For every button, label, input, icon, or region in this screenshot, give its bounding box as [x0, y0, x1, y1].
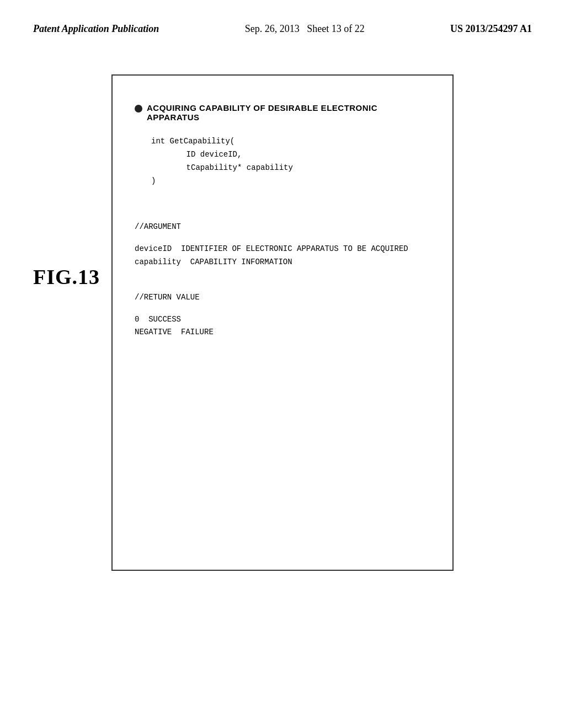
patent-number: US 2013/254297 A1 — [450, 22, 532, 36]
arg-line-2: capability CAPABILITY INFORMATION — [135, 256, 430, 269]
publication-title: Patent Application Publication — [33, 22, 159, 36]
diagram-box: ACQUIRING CAPABILITY OF DESIRABLE ELECTR… — [111, 74, 454, 571]
arg-line-1: deviceID IDENTIFIER OF ELECTRONIC APPARA… — [135, 243, 430, 256]
argument-section: //ARGUMENT deviceID IDENTIFIER OF ELECTR… — [135, 221, 430, 269]
return-line-1: 0 SUCCESS — [135, 313, 430, 326]
bullet-icon — [135, 105, 142, 113]
section1-title-text: ACQUIRING CAPABILITY OF DESIRABLE ELECTR… — [147, 103, 430, 122]
argument-lines: deviceID IDENTIFIER OF ELECTRONIC APPARA… — [135, 243, 430, 269]
return-lines: 0 SUCCESS NEGATIVE FAILURE — [135, 313, 430, 340]
return-comment: //RETURN VALUE — [135, 291, 430, 304]
code-line-1: int GetCapability( — [151, 135, 430, 148]
return-section: //RETURN VALUE 0 SUCCESS NEGATIVE FAILUR… — [135, 291, 430, 339]
code-line-2: ID deviceID, — [151, 148, 430, 162]
figure-label: FIG.13 — [33, 265, 100, 289]
code-line-4: ) — [151, 175, 430, 188]
section1-title: ACQUIRING CAPABILITY OF DESIRABLE ELECTR… — [135, 103, 430, 122]
argument-comment: //ARGUMENT — [135, 221, 430, 234]
header-date-sheet: Sep. 26, 2013 Sheet 13 of 22 — [245, 22, 365, 36]
page-header: Patent Application Publication Sep. 26, … — [0, 0, 565, 47]
main-content: ACQUIRING CAPABILITY OF DESIRABLE ELECTR… — [0, 58, 565, 571]
code-line-3: tCapability* capability — [151, 162, 430, 175]
return-line-2: NEGATIVE FAILURE — [135, 326, 430, 339]
section1-code: int GetCapability( ID deviceID, tCapabil… — [135, 135, 430, 188]
